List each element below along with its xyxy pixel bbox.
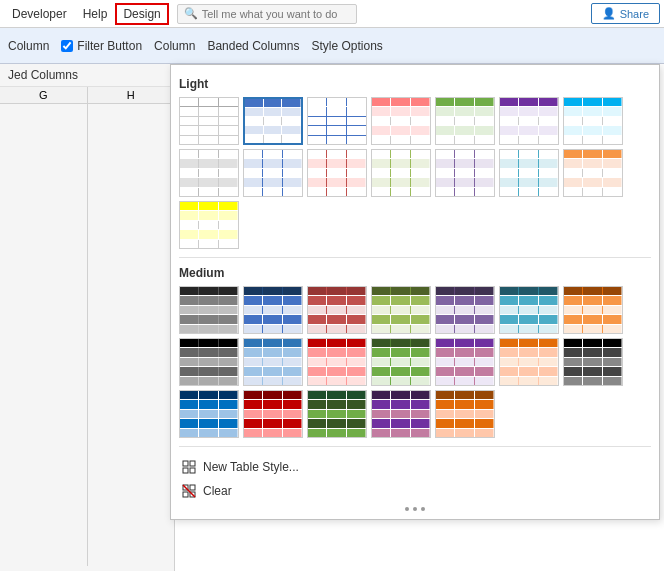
section-light-label: Light <box>179 77 651 91</box>
menu-developer[interactable]: Developer <box>4 3 75 25</box>
style-med-solid-blue2[interactable] <box>243 338 303 386</box>
section-medium-label: Medium <box>179 266 651 280</box>
new-table-style-row[interactable]: New Table Style... <box>179 455 651 479</box>
table-style-gallery: Light <box>170 64 660 520</box>
sidebar: Jed Columns G H <box>0 64 175 571</box>
style-med-full-red[interactable] <box>243 390 303 438</box>
ribbon-banded-columns: Banded Columns <box>207 39 299 53</box>
ribbon: Column Filter Button Column Banded Colum… <box>0 28 664 64</box>
style-selected-blue[interactable] <box>243 97 303 145</box>
svg-rect-6 <box>183 492 188 497</box>
menu-help[interactable]: Help <box>75 3 116 25</box>
style-teal-banded[interactable] <box>499 149 559 197</box>
gallery-actions-divider <box>179 446 651 447</box>
svg-line-8 <box>183 485 195 497</box>
style-med-full-blue[interactable] <box>179 390 239 438</box>
ribbon-style-options: Style Options <box>311 39 382 53</box>
style-blue-lines[interactable] <box>307 97 367 145</box>
style-plain[interactable] <box>179 97 239 145</box>
style-gray-banded[interactable] <box>179 149 239 197</box>
ribbon-column: Column <box>8 39 49 53</box>
light-medium-divider <box>179 257 651 258</box>
clear-row[interactable]: Clear <box>179 479 651 503</box>
new-table-style-icon <box>181 459 197 475</box>
search-input[interactable] <box>202 8 350 20</box>
style-med-teal[interactable] <box>499 286 559 334</box>
menu-design[interactable]: Design <box>115 3 168 25</box>
style-cyan[interactable] <box>563 97 623 145</box>
style-red-banded[interactable] <box>307 149 367 197</box>
scroll-indicator <box>179 507 651 511</box>
style-med-solid-black[interactable] <box>179 338 239 386</box>
sidebar-jed-columns[interactable]: Jed Columns <box>0 64 174 87</box>
style-salmon[interactable] <box>371 97 431 145</box>
style-med-full-black[interactable] <box>563 338 623 386</box>
style-green[interactable] <box>435 97 495 145</box>
clear-icon <box>181 483 197 499</box>
style-med-full-purple[interactable] <box>371 390 431 438</box>
main-area: Jed Columns G H Light <box>0 64 664 571</box>
style-med-blue-dark[interactable] <box>243 286 303 334</box>
style-med-full-orange[interactable] <box>435 390 495 438</box>
style-med-green[interactable] <box>371 286 431 334</box>
style-med-solid-red2[interactable] <box>307 338 367 386</box>
style-blue-banded-no-header[interactable] <box>243 149 303 197</box>
col-g-header: G <box>0 87 87 104</box>
new-table-style-label: New Table Style... <box>203 460 299 474</box>
dot-1 <box>405 507 409 511</box>
style-med-solid-orange2[interactable] <box>499 338 559 386</box>
svg-rect-3 <box>190 468 195 473</box>
style-med-solid-green2[interactable] <box>371 338 431 386</box>
light-styles-grid <box>179 97 651 249</box>
clear-label: Clear <box>203 484 232 498</box>
style-med-purple[interactable] <box>435 286 495 334</box>
style-green-banded[interactable] <box>371 149 431 197</box>
menu-bar: Developer Help Design 🔍 👤 Share <box>0 0 664 28</box>
dot-3 <box>421 507 425 511</box>
style-med-full-green[interactable] <box>307 390 367 438</box>
style-med-dark-gray[interactable] <box>179 286 239 334</box>
filter-button-checkbox[interactable] <box>61 40 73 52</box>
svg-rect-0 <box>183 461 188 466</box>
col-h-header: H <box>88 87 175 104</box>
ribbon-filter-button[interactable]: Filter Button <box>61 39 142 53</box>
search-box[interactable]: 🔍 <box>177 4 357 24</box>
svg-rect-2 <box>183 468 188 473</box>
style-yellow-standalone[interactable] <box>179 201 239 249</box>
share-button[interactable]: 👤 Share <box>591 3 660 24</box>
ribbon-column2: Column <box>154 39 195 53</box>
style-orange-filled[interactable] <box>563 149 623 197</box>
share-icon: 👤 <box>602 7 616 20</box>
svg-rect-1 <box>190 461 195 466</box>
style-med-solid-purple2[interactable] <box>435 338 495 386</box>
style-med-orange[interactable] <box>563 286 623 334</box>
dot-2 <box>413 507 417 511</box>
medium-styles-grid <box>179 286 651 438</box>
svg-rect-5 <box>190 485 195 490</box>
style-purple-banded[interactable] <box>435 149 495 197</box>
style-med-red[interactable] <box>307 286 367 334</box>
style-purple[interactable] <box>499 97 559 145</box>
search-icon: 🔍 <box>184 7 198 20</box>
